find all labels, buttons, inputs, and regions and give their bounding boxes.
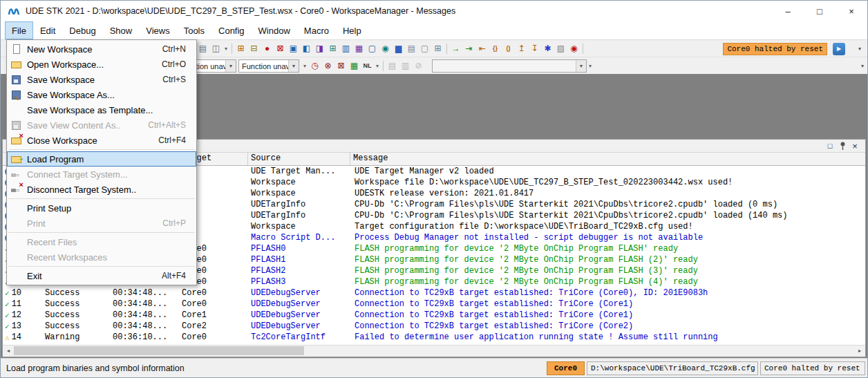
nl-icon[interactable]: NL	[361, 59, 374, 73]
target-table-icon[interactable]: ⊞	[234, 42, 247, 55]
menubar-item-tools[interactable]: Tools	[177, 21, 211, 39]
table-row[interactable]: ✓10Success00:34:48...Core0UDEDebugServer…	[3, 287, 865, 299]
run-to-icon[interactable]: ⇥	[462, 42, 475, 55]
timer-icon[interactable]: ◷	[308, 59, 321, 73]
step-braces-icon[interactable]: {}	[489, 42, 502, 55]
core-selector-badge[interactable]: Core0	[547, 361, 585, 375]
grid-window-icon[interactable]: ⊞	[326, 42, 339, 55]
copy-page-icon: ▤	[386, 59, 399, 73]
table-row[interactable]: ✓13Success00:34:48...Core2UDEDebugServer…	[3, 321, 865, 332]
menu-item-save-workspace[interactable]: Save WorkspaceCtrl+S	[7, 72, 196, 87]
maximize-icon[interactable]: □	[824, 140, 836, 151]
pin-icon[interactable]	[836, 140, 849, 151]
chart-icon[interactable]: ▆	[392, 42, 405, 55]
folder-load-icon	[10, 154, 22, 164]
menu-item-label: Save View Content As..	[27, 120, 121, 131]
source-cell: PFLASH0	[248, 243, 350, 254]
step-over-icon[interactable]: ⇤	[475, 42, 489, 55]
split-window-icon[interactable]: ◧	[300, 42, 313, 55]
menu-item-print-setup[interactable]: Print Setup	[7, 200, 196, 216]
menubar-item-config[interactable]: Config	[211, 21, 252, 39]
menubar-item-views[interactable]: Views	[139, 21, 176, 39]
step-out-icon[interactable]: ↥	[515, 42, 528, 55]
source-window-icon[interactable]: ▣	[287, 42, 300, 55]
step-parens-icon[interactable]: ()	[502, 42, 515, 55]
clear-cross-icon[interactable]: ⊗	[321, 59, 334, 73]
menubar-item-window[interactable]: Window	[252, 21, 297, 39]
frame-icon[interactable]: ▢	[418, 42, 431, 55]
app-logo-icon[interactable]	[8, 6, 20, 17]
statusbar-hint: Load program binaries and symbol informa…	[6, 363, 185, 373]
scroll-right-arrow-icon[interactable]: ▸	[854, 346, 865, 356]
time-cell: 00:34:48...	[110, 299, 179, 310]
status-cell: Warning	[41, 332, 110, 343]
toolbar-group-caret[interactable]: ▾	[587, 63, 594, 69]
chevron-down-icon[interactable]: ▼	[225, 60, 236, 72]
chip-window-icon[interactable]: ◨	[313, 42, 326, 55]
asterisk-icon[interactable]: ✱	[541, 42, 554, 55]
menu-item-close-workspace[interactable]: Close WorkspaceCtrl+F4	[7, 133, 196, 148]
menu-item-exit[interactable]: ExitAlt+F4	[7, 268, 196, 283]
menubar-item-debug[interactable]: Debug	[62, 21, 102, 39]
row-status-cell: ⚠14	[3, 332, 41, 343]
flash-grid-icon[interactable]: ▦	[348, 59, 361, 73]
horizontal-scrollbar[interactable]: ◂ ▸	[3, 345, 865, 357]
close-box-icon[interactable]: ⊠	[274, 42, 287, 55]
menu-item-shortcut: Ctrl+P	[162, 218, 186, 228]
menu-item-save-workspace-as-template[interactable]: Save Workspace as Template...	[7, 102, 196, 117]
chevron-down-icon[interactable]: ▼	[576, 60, 586, 72]
table-row[interactable]: ✓11Success00:34:48...Core0UDEDebugServer…	[3, 299, 865, 310]
message-cell: Failed to determine user application run…	[350, 332, 865, 343]
toolbar-overflow-caret[interactable]: ▾	[855, 46, 865, 52]
success-icon: ✓	[5, 300, 10, 309]
close-icon[interactable]: ×	[849, 140, 861, 151]
flag-table-icon[interactable]: ⊟	[247, 42, 261, 55]
selection-combo[interactable]: ▼	[432, 59, 587, 73]
registers-window-icon[interactable]: ▦	[352, 42, 366, 55]
menu-item-save-workspace-as[interactable]: Save Workspace As...	[7, 87, 196, 102]
step-into-icon[interactable]: ↧	[528, 42, 541, 55]
globe-icon[interactable]: ◉	[379, 42, 392, 55]
column-header-message[interactable]: Message	[350, 153, 865, 165]
table-row[interactable]: ✓12Success00:34:48...Core1UDEDebugServer…	[3, 310, 865, 321]
menu-item-shortcut: Ctrl+S	[162, 75, 186, 84]
pattern-icon[interactable]: ▧	[554, 42, 567, 55]
memory-window-icon[interactable]: ▥	[339, 42, 352, 55]
menu-item-new-workspace[interactable]: New WorkspaceCtrl+N	[7, 41, 196, 57]
target-cell: Core0	[179, 299, 248, 310]
toolbar-overflow-caret[interactable]: ▾	[858, 63, 867, 69]
panel-icon[interactable]: ▤	[405, 42, 418, 55]
menu-item-open-workspace[interactable]: Open Workspace...Ctrl+O	[7, 57, 196, 72]
monitor-icon[interactable]: ▢	[366, 42, 379, 55]
menubar-item-file[interactable]: File	[5, 21, 33, 39]
menubar-item-help[interactable]: Help	[336, 21, 368, 39]
minimize-button[interactable]: –	[772, 1, 804, 21]
menubar-item-show[interactable]: Show	[103, 21, 140, 39]
scrollbar-thumb[interactable]	[14, 346, 304, 355]
window-layout-icon[interactable]: ▤	[196, 42, 209, 55]
menu-item-disconnect-target-system[interactable]: ×Disconnect Target System..	[7, 182, 196, 197]
toolbar-group-caret[interactable]: ▾	[223, 46, 229, 52]
menu-item-connect-target-system: Connect Target System...	[7, 167, 196, 182]
toolbar-group-caret[interactable]: ▾	[301, 63, 308, 69]
maximize-button[interactable]: □	[804, 1, 836, 21]
target-state-icon[interactable]: ▶	[833, 43, 845, 55]
toolbar-group-caret[interactable]: ▾	[374, 63, 381, 69]
window-columns-icon[interactable]: ◫	[209, 42, 223, 55]
scroll-left-arrow-icon[interactable]: ◂	[3, 346, 14, 356]
menubar-item-edit[interactable]: Edit	[33, 21, 62, 39]
record-circle-icon[interactable]: ◉	[567, 42, 581, 55]
grid-icon[interactable]: ⊞	[431, 42, 444, 55]
run-arrow-icon[interactable]: →	[449, 42, 462, 55]
table-row[interactable]: ⚠14Warning00:36:10...Core0Tc2CoreTargInt…	[3, 332, 865, 343]
delete-cross-icon[interactable]: ⊠	[334, 59, 348, 73]
column-header-source[interactable]: Source	[248, 153, 350, 165]
toolbar-separator	[446, 44, 447, 54]
chevron-down-icon[interactable]: ▼	[288, 60, 299, 72]
menu-item-load-program[interactable]: Load Program	[7, 151, 196, 167]
close-button[interactable]: ×	[836, 1, 867, 21]
function-combo-2[interactable]: Function unavail ▼	[238, 59, 299, 73]
menubar-item-macro[interactable]: Macro	[297, 21, 336, 39]
folder-close-icon	[10, 135, 22, 146]
record-dot-icon[interactable]: ●	[261, 42, 274, 55]
